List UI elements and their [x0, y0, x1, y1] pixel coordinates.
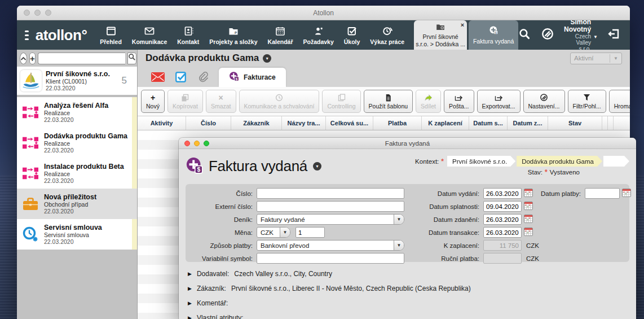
column-header[interactable]: Číslo	[186, 116, 231, 130]
bulk-change-button[interactable]: ☑☑ Hromadná změna	[609, 90, 630, 113]
attachments-tab-icon[interactable]	[192, 71, 214, 82]
calendar-picker-icon[interactable]	[524, 215, 533, 224]
column-header[interactable]: Datum s...	[469, 116, 508, 130]
tasks-tab-icon[interactable]	[169, 72, 192, 82]
nav-item-pozadavky[interactable]: Požadavky	[298, 20, 338, 50]
add-button[interactable]: +	[29, 53, 36, 64]
calendar-picker-icon[interactable]	[524, 202, 533, 211]
client-meta: Klient (CL0001)	[46, 78, 118, 85]
due-date-input[interactable]	[483, 201, 522, 212]
use-template-button[interactable]: Použít šablonu	[364, 90, 413, 113]
transaction-date-input[interactable]	[483, 227, 522, 238]
status-dropdown[interactable]: Aktivní ▼	[570, 53, 622, 64]
column-header[interactable]: Názvy tra...	[282, 116, 326, 130]
chevron-up-icon	[20, 53, 27, 63]
copy-button[interactable]: Kopírovat	[167, 90, 203, 113]
nav-item-kalendar[interactable]: Kalendář	[263, 20, 298, 50]
column-header[interactable]: Stav	[548, 116, 602, 130]
tab-prvni-sikovne-dodavka[interactable]: × První šikovné s.r.o. > Dodávka ...	[414, 20, 467, 50]
nav-item-komunikace[interactable]: Komunikace	[127, 20, 172, 50]
export-button[interactable]: Exportovat...	[477, 90, 521, 113]
collapse-button[interactable]	[20, 53, 27, 64]
quick-edit-icon[interactable]	[541, 27, 554, 43]
invoice-number-input[interactable]	[257, 188, 404, 199]
calendar-picker-icon[interactable]	[524, 228, 533, 237]
expand-icon[interactable]: ▶	[188, 300, 192, 306]
client-name: První šikovné s.r.o.	[46, 70, 118, 78]
communication-approval-button[interactable]: Komunikace a schvalování	[239, 90, 320, 113]
payment-method-select[interactable]: Bankovní převod ▼	[257, 240, 404, 251]
exchange-rate-input[interactable]	[295, 227, 325, 238]
column-header[interactable]: Datum z...	[508, 116, 548, 130]
search-icon[interactable]	[518, 28, 531, 43]
user-menu[interactable]: Šimon Novotný Czech Valley s.r.o. ▼	[564, 19, 598, 52]
column-header[interactable]: Platba	[373, 116, 422, 130]
client-badge: 5	[122, 75, 127, 86]
nav-item-vykaz-prace[interactable]: Výkaz práce	[365, 20, 409, 50]
sidebar-search-button[interactable]	[127, 53, 136, 64]
window-titlebar[interactable]: Atollon	[17, 6, 630, 20]
context-chip-client[interactable]: První šikovné s.r.o.	[447, 156, 515, 167]
tab-faktura-vydana[interactable]: $ Faktura vydaná	[469, 20, 518, 50]
payment-date-input[interactable]	[585, 188, 620, 199]
currency-select[interactable]: CZK ▼	[257, 227, 290, 238]
title-menu-icon[interactable]: ▼	[263, 54, 271, 63]
issue-date-input[interactable]	[483, 188, 522, 199]
new-button[interactable]: + Nový	[141, 90, 165, 113]
journal-select[interactable]: Faktury vydané ▼	[257, 214, 404, 225]
toolbar-right-group: Pošta... Exportovat... Nastavení...	[444, 90, 630, 113]
section-comment[interactable]: ▶ Komentář:	[180, 296, 635, 311]
tab-fakturace[interactable]: $ Fakturace	[219, 68, 286, 87]
variable-symbol-input[interactable]	[257, 253, 404, 264]
logout-icon[interactable]	[607, 27, 621, 43]
dialog-titlebar[interactable]: Faktura vydaná	[179, 138, 636, 149]
nav-item-kontakt[interactable]: Kontakt	[172, 20, 204, 50]
section-custom-attributes[interactable]: ▶ Vlastní atributy:	[180, 311, 635, 319]
expand-icon[interactable]: ▶	[188, 315, 192, 319]
project-folder-icon	[436, 23, 445, 33]
mail-tab-icon[interactable]	[147, 72, 169, 82]
column-header[interactable]: Zákazník	[231, 116, 282, 130]
controlling-button[interactable]: Controlling	[322, 90, 360, 113]
column-header[interactable]: Aktivity	[138, 116, 186, 130]
sidebar-search-input[interactable]	[38, 53, 125, 64]
heading-menu-icon[interactable]: ▼	[313, 162, 321, 171]
tools-icon	[540, 93, 548, 102]
share-button[interactable]: Sdílet	[416, 90, 441, 113]
menu-icon[interactable]	[25, 30, 29, 40]
section-supplier[interactable]: ▶ Dodavatel: Czech Valley s.r.o., City, …	[180, 266, 635, 281]
sidebar-item-dodavka[interactable]: Dodávka produktu Gama Realizace 22.03.20…	[17, 128, 137, 158]
column-header[interactable]: Celková su...	[326, 116, 373, 130]
expand-icon[interactable]: ▶	[188, 286, 192, 291]
close-icon[interactable]: ×	[461, 21, 464, 28]
expand-icon[interactable]: ▶	[188, 271, 192, 277]
mail-export-button[interactable]: Pošta...	[444, 90, 474, 113]
context-chip-project[interactable]: Dodávka produktu Gama	[517, 156, 602, 167]
tax-date-input[interactable]	[483, 214, 522, 225]
context-chip-empty[interactable]	[603, 156, 629, 167]
sidebar-item-nova-prilezitost[interactable]: Nová příležitost Obchodní případ 22.03.2…	[17, 189, 137, 219]
column-header[interactable]: K zaplacení	[422, 116, 469, 130]
filter-button[interactable]: Filtr/Pohl...	[568, 90, 606, 113]
external-number-input[interactable]	[257, 201, 404, 212]
chevron-down-icon: ▼	[614, 56, 618, 61]
app-logo[interactable]: atollon°	[36, 27, 87, 44]
nav-item-projekty[interactable]: P Projekty a složky	[204, 20, 262, 50]
sidebar-item-servisni-smlouva[interactable]: Servisní smlouva Servisní smlouva 22.03.…	[17, 219, 137, 250]
sidebar-item-analyza[interactable]: Analýza řešení Alfa Realizace 22.03.2020	[17, 97, 137, 128]
calendar-picker-icon[interactable]	[622, 189, 632, 198]
sidebar-item-instalace[interactable]: Instalace produktu Beta Realizace 22.03.…	[17, 158, 137, 189]
svg-text:$: $	[197, 167, 200, 173]
field-label: Datum vydání:	[422, 190, 483, 197]
copy-icon	[181, 93, 189, 102]
calendar-picker-icon[interactable]	[524, 189, 533, 198]
main-navbar: atollon° Přehled Komunikace Kontakt P Pr…	[17, 20, 630, 50]
delete-button[interactable]: × Smazat	[206, 90, 236, 113]
nav-items: Přehled Komunikace Kontakt P Projekty a …	[95, 20, 409, 50]
nav-item-prehled[interactable]: Přehled	[95, 20, 127, 50]
plus-icon: +	[151, 93, 155, 102]
sidebar-client-item[interactable]: První šikovné s.r.o. Klient (CL0001) 22.…	[17, 67, 137, 95]
settings-button[interactable]: Nastavení...	[523, 90, 565, 113]
nav-item-ukoly[interactable]: Úkoly	[339, 20, 365, 50]
section-customer[interactable]: ▶ Zákazník: První šikovné s.r.o., Libere…	[180, 281, 635, 296]
